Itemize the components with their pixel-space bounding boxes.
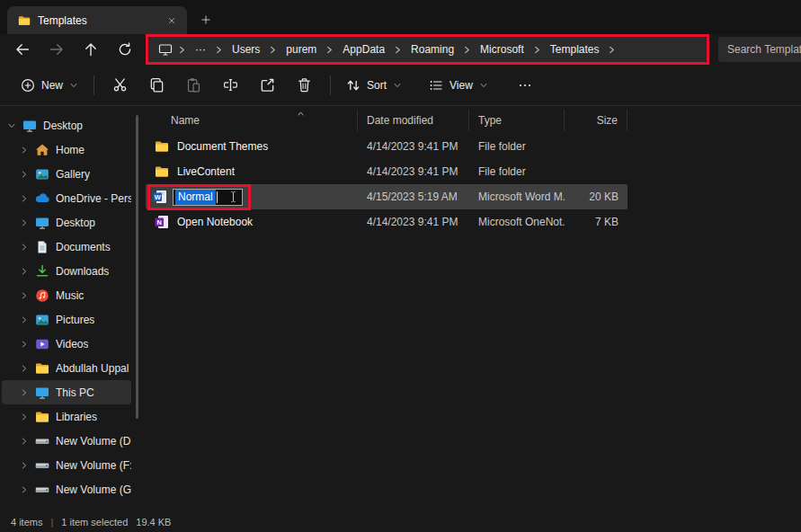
sidebar-item-label: New Volume (G:) bbox=[56, 483, 131, 496]
chevron-down-icon[interactable] bbox=[7, 121, 16, 130]
breadcrumb-item-templates[interactable]: Templates bbox=[542, 43, 608, 56]
sidebar-item-gallery[interactable]: Gallery bbox=[2, 162, 131, 186]
folder-icon bbox=[35, 361, 49, 376]
chevron-right-icon[interactable] bbox=[20, 437, 29, 446]
chevron-right-icon[interactable] bbox=[532, 45, 542, 55]
breadcrumb-item-users[interactable]: Users bbox=[224, 43, 268, 56]
chevron-right-icon[interactable] bbox=[20, 146, 29, 155]
word-file-icon bbox=[153, 190, 167, 204]
new-tab-button[interactable] bbox=[192, 8, 219, 31]
breadcrumb-item-appdata[interactable]: AppData bbox=[334, 43, 393, 56]
forward-button[interactable] bbox=[40, 36, 74, 63]
chevron-right-icon[interactable] bbox=[177, 45, 187, 55]
chevron-right-icon[interactable] bbox=[325, 45, 334, 55]
sidebar-item-music[interactable]: Music bbox=[2, 283, 131, 307]
chevron-right-icon[interactable] bbox=[462, 45, 472, 55]
file-row-livecontent[interactable]: LiveContent 4/14/2023 9:41 PM File folde… bbox=[146, 159, 627, 184]
sidebar-item-new-volume-f[interactable]: New Volume (F:) bbox=[2, 453, 131, 477]
tab-templates[interactable]: Templates bbox=[7, 6, 187, 34]
share-button[interactable] bbox=[249, 70, 286, 101]
sidebar-item-label: Videos bbox=[56, 338, 88, 350]
file-name: LiveContent bbox=[177, 165, 235, 178]
rename-button[interactable] bbox=[212, 70, 249, 101]
delete-button[interactable] bbox=[286, 70, 323, 101]
tab-title: Templates bbox=[38, 14, 155, 27]
annotation-box-breadcrumb: ··· Users purem AppData Roaming Microsof… bbox=[146, 34, 709, 65]
home-icon bbox=[35, 143, 49, 157]
music-icon bbox=[35, 288, 49, 303]
drive-icon bbox=[35, 458, 49, 473]
sidebar-item-documents[interactable]: Documents bbox=[2, 235, 131, 259]
chevron-right-icon[interactable] bbox=[20, 388, 29, 397]
folder-icon bbox=[35, 410, 49, 424]
paste-icon bbox=[186, 77, 201, 93]
sidebar-item-onedrive-personal[interactable]: OneDrive - Personal bbox=[2, 186, 131, 210]
sidebar-item-videos[interactable]: Videos bbox=[2, 332, 131, 356]
sidebar-item-home[interactable]: Home bbox=[2, 137, 131, 162]
folder-icon bbox=[18, 14, 31, 27]
chevron-right-icon[interactable] bbox=[268, 45, 278, 55]
refresh-button[interactable] bbox=[108, 36, 142, 63]
sidebar-item-new-volume-d[interactable]: New Volume (D:) bbox=[2, 429, 131, 453]
view-button[interactable]: View bbox=[421, 72, 496, 99]
sidebar-item-this-pc[interactable]: This PC bbox=[2, 380, 131, 404]
chevron-right-icon[interactable] bbox=[393, 45, 403, 55]
text-cursor-icon bbox=[228, 191, 238, 203]
breadcrumb-overflow[interactable]: ··· bbox=[187, 43, 214, 56]
back-button[interactable] bbox=[5, 36, 40, 63]
status-bar: 4 items | 1 item selected 19.4 KB bbox=[0, 512, 801, 532]
file-name: Open Notebook bbox=[177, 216, 253, 228]
file-row-open-notebook[interactable]: Open Notebook 4/14/2023 9:41 PM Microsof… bbox=[146, 209, 627, 235]
column-header-name[interactable]: Name bbox=[146, 110, 358, 131]
chevron-right-icon[interactable] bbox=[20, 194, 29, 203]
sidebar-item-pictures[interactable]: Pictures bbox=[2, 307, 131, 332]
column-header-date-modified[interactable]: Date modified bbox=[358, 110, 469, 131]
sort-button[interactable]: Sort bbox=[338, 72, 410, 99]
sidebar-item-desktop[interactable]: Desktop bbox=[2, 210, 131, 235]
search-input[interactable] bbox=[718, 37, 801, 62]
file-name-cell: LiveContent bbox=[146, 164, 358, 179]
chevron-right-icon[interactable] bbox=[20, 291, 29, 300]
chevron-right-icon[interactable] bbox=[20, 267, 29, 276]
chevron-right-icon[interactable] bbox=[607, 45, 617, 55]
chevron-right-icon[interactable] bbox=[20, 485, 29, 494]
cut-button[interactable] bbox=[102, 70, 138, 101]
sidebar-item-label: Desktop bbox=[56, 217, 95, 229]
chevron-right-icon[interactable] bbox=[20, 364, 29, 373]
video-icon bbox=[35, 337, 49, 351]
chevron-right-icon[interactable] bbox=[20, 461, 29, 470]
sidebar-item-desktop-tree[interactable]: Desktop bbox=[2, 113, 131, 137]
file-type: Microsoft Word M... bbox=[469, 191, 565, 203]
tab-close-button[interactable] bbox=[162, 11, 182, 31]
sidebar-item-libraries[interactable]: Libraries bbox=[2, 404, 131, 429]
breadcrumb-item-microsoft[interactable]: Microsoft bbox=[472, 43, 532, 56]
chevron-right-icon[interactable] bbox=[20, 218, 29, 227]
chevron-right-icon[interactable] bbox=[20, 315, 29, 324]
up-button[interactable] bbox=[74, 36, 108, 63]
chevron-right-icon[interactable] bbox=[214, 45, 224, 55]
rename-input[interactable]: Normal bbox=[173, 189, 243, 206]
breadcrumb-item-roaming[interactable]: Roaming bbox=[403, 43, 462, 56]
new-button[interactable]: New bbox=[13, 72, 86, 99]
chevron-right-icon[interactable] bbox=[20, 243, 29, 252]
chevron-right-icon[interactable] bbox=[20, 170, 29, 179]
sidebar-item-new-volume-g[interactable]: New Volume (G:) bbox=[2, 477, 131, 501]
chevron-right-icon[interactable] bbox=[20, 412, 29, 421]
sidebar-item-label: This PC bbox=[56, 386, 94, 399]
navigation-pane: Desktop Home Gallery OneDrive - Personal bbox=[0, 106, 138, 512]
file-name-cell: Open Notebook bbox=[146, 215, 358, 229]
breadcrumb-item-purem[interactable]: purem bbox=[278, 43, 325, 56]
sidebar-item-label: Music bbox=[56, 289, 84, 302]
column-header-size[interactable]: Size bbox=[565, 110, 627, 131]
file-row-document-themes[interactable]: Document Themes 4/14/2023 9:41 PM File f… bbox=[146, 134, 627, 159]
sidebar-item-downloads[interactable]: Downloads bbox=[2, 259, 131, 283]
paste-button[interactable] bbox=[175, 70, 212, 101]
column-header-type[interactable]: Type bbox=[469, 110, 565, 131]
file-row-normal-selected[interactable]: Normal 4/15/2023 5:19 AM Microsoft Word … bbox=[146, 184, 627, 209]
sidebar-item-abdullah-uppal[interactable]: Abdullah Uppal bbox=[2, 356, 131, 380]
sidebar-item-label: Downloads bbox=[56, 265, 109, 278]
more-options-button[interactable] bbox=[507, 70, 544, 101]
chevron-right-icon[interactable] bbox=[20, 340, 29, 349]
copy-button[interactable] bbox=[138, 70, 175, 101]
this-pc-icon[interactable] bbox=[154, 42, 177, 57]
